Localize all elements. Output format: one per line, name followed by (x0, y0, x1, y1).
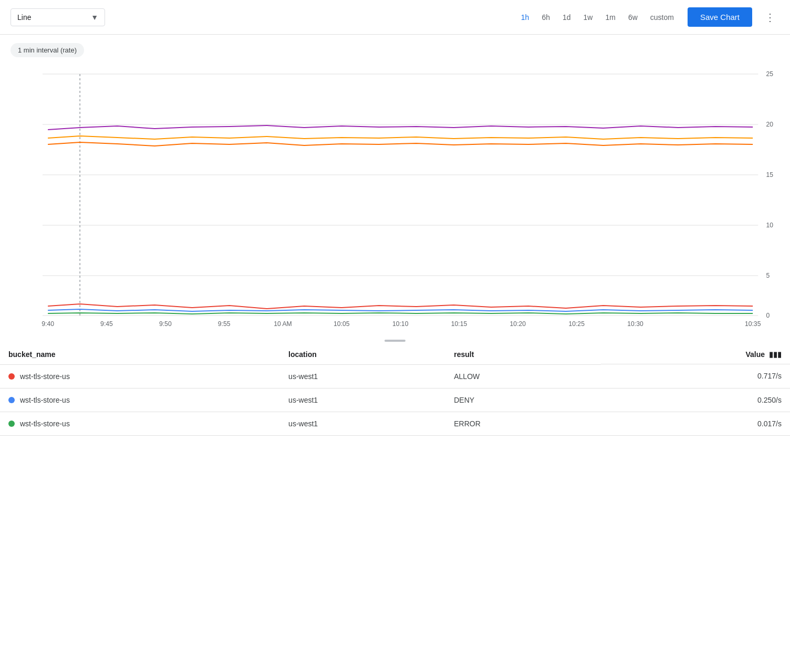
chart-area: 1 min interval (rate) 25 20 15 10 5 0 (0, 35, 790, 337)
time-btn-1w[interactable]: 1w (578, 10, 598, 25)
svg-text:10:10: 10:10 (392, 320, 409, 328)
toolbar: Line ▼ 1h 6h 1d 1w 1m 6w custom Save Cha… (0, 0, 790, 35)
chart-type-label: Line (17, 13, 87, 22)
col-header-result: result (445, 345, 601, 364)
svg-text:0: 0 (766, 312, 770, 319)
svg-text:5: 5 (766, 272, 770, 279)
save-chart-button[interactable]: Save Chart (688, 7, 752, 27)
time-btn-1d[interactable]: 1d (557, 10, 576, 25)
time-range-group: 1h 6h 1d 1w 1m 6w custom (516, 10, 679, 25)
divider-pill (384, 340, 406, 342)
bucket-name-cell: wst-tls-store-us (0, 412, 280, 435)
svg-text:20: 20 (766, 121, 774, 128)
chart-type-dropdown[interactable]: Line ▼ (11, 8, 105, 26)
value-cell: 0.017/s (601, 412, 790, 435)
table-row: wst-tls-store-us us-west1 ERROR 0.017/s (0, 412, 790, 435)
svg-text:10:25: 10:25 (568, 320, 585, 328)
svg-text:15: 15 (766, 171, 774, 178)
col-header-value: Value ▮▮▮ (601, 345, 790, 364)
result-cell: ALLOW (445, 364, 601, 388)
legend-table: bucket_name location result Value ▮▮▮ ws… (0, 345, 790, 436)
svg-text:10:20: 10:20 (510, 320, 526, 328)
col-header-location: location (280, 345, 445, 364)
result-cell: ERROR (445, 412, 601, 435)
table-row: wst-tls-store-us us-west1 ALLOW 0.717/s (0, 364, 790, 388)
location-cell: us-west1 (280, 388, 445, 412)
svg-text:10 AM: 10 AM (274, 320, 292, 328)
svg-text:25: 25 (766, 70, 774, 78)
time-btn-1m[interactable]: 1m (600, 10, 620, 25)
dot-blue (8, 397, 15, 403)
dot-green (8, 421, 15, 427)
svg-text:10: 10 (766, 222, 774, 229)
interval-badge: 1 min interval (rate) (11, 43, 84, 57)
location-cell: us-west1 (280, 412, 445, 435)
divider-handle[interactable] (0, 337, 790, 345)
value-cell: 0.250/s (601, 388, 790, 412)
dropdown-arrow-icon: ▼ (91, 13, 98, 22)
svg-text:10:35: 10:35 (745, 320, 761, 328)
svg-text:10:05: 10:05 (334, 320, 350, 328)
time-btn-6w[interactable]: 6w (623, 10, 643, 25)
legend-table-header: bucket_name location result Value ▮▮▮ (0, 345, 790, 364)
location-cell: us-west1 (280, 364, 445, 388)
svg-text:10:15: 10:15 (451, 320, 467, 328)
bucket-name-cell: wst-tls-store-us (0, 364, 280, 388)
svg-text:9:55: 9:55 (218, 320, 231, 328)
time-btn-6h[interactable]: 6h (536, 10, 555, 25)
bucket-name-cell: wst-tls-store-us (0, 388, 280, 412)
col-header-bucket-name: bucket_name (0, 345, 280, 364)
more-options-button[interactable]: ⋮ (761, 9, 779, 26)
columns-icon[interactable]: ▮▮▮ (769, 350, 782, 359)
time-btn-1h[interactable]: 1h (516, 10, 535, 25)
table-row: wst-tls-store-us us-west1 DENY 0.250/s (0, 388, 790, 412)
svg-text:9:50: 9:50 (159, 320, 172, 328)
chart-svg: 25 20 15 10 5 0 9:40 9:45 9:50 9: (11, 64, 779, 337)
value-cell: 0.717/s (601, 364, 790, 388)
svg-text:9:40: 9:40 (41, 320, 54, 328)
svg-text:10:30: 10:30 (627, 320, 643, 328)
result-cell: DENY (445, 388, 601, 412)
chart-container: 25 20 15 10 5 0 9:40 9:45 9:50 9: (11, 64, 779, 337)
dot-red (8, 373, 15, 380)
time-btn-custom[interactable]: custom (645, 10, 679, 25)
svg-text:9:45: 9:45 (100, 320, 113, 328)
